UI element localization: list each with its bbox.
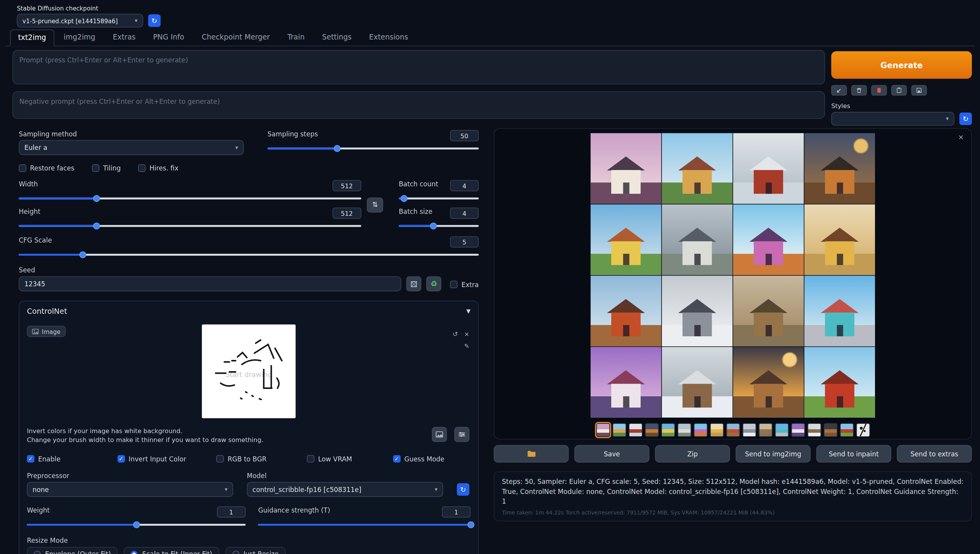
gallery-thumbnail-4[interactable] xyxy=(645,423,658,437)
save-style-button[interactable] xyxy=(911,85,927,95)
tab-extras[interactable]: Extras xyxy=(105,29,144,46)
height-value[interactable]: 512 xyxy=(332,208,361,219)
weight-slider[interactable] xyxy=(27,521,246,528)
sampling-steps-slider[interactable] xyxy=(268,145,479,152)
gallery-image-8[interactable] xyxy=(805,205,875,275)
close-icon[interactable]: × xyxy=(958,133,964,141)
clear-canvas-icon[interactable]: × xyxy=(464,331,469,338)
radio-just-resize[interactable]: Just Resize xyxy=(225,547,285,554)
height-slider[interactable] xyxy=(19,222,361,229)
brush-settings-button[interactable] xyxy=(454,427,469,442)
gallery-image-7[interactable] xyxy=(733,205,804,275)
checkbox-rgb-to-bgr[interactable]: RGB to BGR xyxy=(217,455,307,463)
negative-prompt-input[interactable] xyxy=(12,91,825,119)
gallery-image-12[interactable] xyxy=(805,276,875,346)
batch-count-value[interactable]: 4 xyxy=(450,180,479,191)
send-to-img2img-button[interactable]: Send to img2img xyxy=(736,445,811,463)
checkbox-tiling[interactable]: Tiling xyxy=(92,164,120,172)
gallery-image-13[interactable] xyxy=(591,347,661,417)
random-seed-button[interactable]: ⚄ xyxy=(406,276,421,291)
refresh-styles-button[interactable]: ↻ xyxy=(959,112,972,125)
tab-png-info[interactable]: PNG Info xyxy=(145,29,192,46)
gallery-thumbnail-9[interactable] xyxy=(726,423,739,437)
generate-button[interactable]: Generate xyxy=(831,51,972,79)
brush-icon[interactable]: ✎ xyxy=(464,342,469,349)
gallery-thumbnail-12[interactable] xyxy=(775,423,788,437)
width-slider[interactable] xyxy=(19,194,361,202)
undo-icon[interactable]: ↺ xyxy=(453,331,458,338)
refresh-checkpoint-button[interactable]: ↻ xyxy=(148,14,160,27)
open-folder-button[interactable] xyxy=(494,445,569,463)
tab-txt2img[interactable]: txt2img xyxy=(10,29,54,46)
cfg-slider[interactable] xyxy=(19,251,479,258)
gallery-image-4[interactable] xyxy=(805,133,875,204)
checkbox-enable[interactable]: ✓Enable xyxy=(27,455,117,463)
swap-dimensions-button[interactable]: ⇅ xyxy=(367,197,383,212)
tab-img2img[interactable]: img2img xyxy=(55,29,103,46)
gallery-thumbnail-13[interactable] xyxy=(791,423,805,437)
gallery-thumbnail-scribble[interactable] xyxy=(856,423,870,437)
gallery-thumbnail-3[interactable] xyxy=(628,423,642,437)
gallery-thumbnail-5[interactable] xyxy=(661,423,674,437)
save-button[interactable]: Save xyxy=(574,445,650,463)
controlnet-model-dropdown[interactable]: control_scribble-fp16 [c508311e] ▾ xyxy=(247,482,443,497)
gallery-image-9[interactable] xyxy=(591,276,661,346)
gallery-image-1[interactable] xyxy=(591,133,661,204)
clear-prompt-button[interactable] xyxy=(851,85,867,95)
tab-settings[interactable]: Settings xyxy=(314,29,360,46)
refresh-models-button[interactable]: ↻ xyxy=(457,483,469,496)
gallery-image-5[interactable] xyxy=(591,205,661,275)
styles-dropdown[interactable]: ▾ xyxy=(831,112,954,126)
gallery-image-15[interactable] xyxy=(733,347,804,417)
scribble-canvas[interactable]: Start drawing xyxy=(202,324,296,418)
new-canvas-button[interactable] xyxy=(432,427,447,442)
gallery-thumbnail-15[interactable] xyxy=(824,423,837,437)
checkbox-extra-seed[interactable]: Extra xyxy=(450,280,479,291)
paste-button[interactable]: ↙ xyxy=(831,85,847,95)
gallery-image-2[interactable] xyxy=(662,133,732,204)
width-value[interactable]: 512 xyxy=(332,180,361,191)
tab-extensions[interactable]: Extensions xyxy=(361,29,416,46)
gallery-image-10[interactable] xyxy=(662,276,732,346)
prompt-input[interactable] xyxy=(12,50,825,84)
gallery-image-16[interactable] xyxy=(805,347,875,417)
zip-button[interactable]: Zip xyxy=(655,445,730,463)
send-to-inpaint-button[interactable]: Send to inpaint xyxy=(816,445,891,463)
batch-size-value[interactable]: 4 xyxy=(450,208,479,219)
gallery-thumbnail-10[interactable] xyxy=(742,423,756,437)
extra-networks-button[interactable] xyxy=(871,85,887,95)
gallery-image-14[interactable] xyxy=(662,347,732,417)
apply-style-button[interactable] xyxy=(891,85,907,95)
radio-envelope-outer-fit[interactable]: Envelope (Outer Fit) xyxy=(27,547,118,554)
preprocessor-dropdown[interactable]: none ▾ xyxy=(27,482,233,497)
checkbox-invert-input-color[interactable]: ✓Invert Input Color xyxy=(117,455,217,463)
batch-size-slider[interactable] xyxy=(399,222,479,229)
checkbox-low-vram[interactable]: Low VRAM xyxy=(307,455,393,463)
gallery-thumbnail-2[interactable] xyxy=(612,423,626,437)
seed-input[interactable] xyxy=(19,276,401,291)
gallery-thumbnail-7[interactable] xyxy=(693,423,707,437)
guidance-strength-slider[interactable] xyxy=(258,521,471,528)
cfg-value[interactable]: 5 xyxy=(450,236,479,248)
gallery-thumbnail-11[interactable] xyxy=(758,423,772,437)
batch-count-slider[interactable] xyxy=(399,194,479,202)
gallery-thumbnail-14[interactable] xyxy=(807,423,821,437)
tab-train[interactable]: Train xyxy=(279,29,313,46)
radio-scale-to-fit-inner-fit[interactable]: Scale to Fit (Inner Fit) xyxy=(124,547,219,554)
tab-checkpoint-merger[interactable]: Checkpoint Merger xyxy=(194,29,278,46)
checkbox-restore-faces[interactable]: Restore faces xyxy=(19,164,74,172)
gallery-thumbnail-6[interactable] xyxy=(677,423,691,437)
checkbox-guess-mode[interactable]: ✓Guess Mode xyxy=(393,455,471,463)
weight-value[interactable]: 1 xyxy=(217,506,246,518)
send-to-extras-button[interactable]: Send to extras xyxy=(897,445,972,463)
guidance-strength-value[interactable]: 1 xyxy=(442,506,471,518)
gallery-image-11[interactable] xyxy=(733,276,804,346)
checkpoint-dropdown[interactable]: v1-5-pruned.ckpt [e1441589a6] ▾ xyxy=(17,14,143,27)
checkbox-hires-fix[interactable]: Hires. fix xyxy=(138,164,179,172)
sampling-method-dropdown[interactable]: Euler a ▾ xyxy=(19,140,244,155)
tab-image[interactable]: Image xyxy=(27,326,65,337)
reuse-seed-button[interactable]: ♻ xyxy=(426,276,442,291)
gallery-image-6[interactable] xyxy=(662,205,732,275)
controlnet-accordion[interactable]: ControlNet ▼ xyxy=(27,307,471,316)
gallery-thumbnail-8[interactable] xyxy=(710,423,723,437)
